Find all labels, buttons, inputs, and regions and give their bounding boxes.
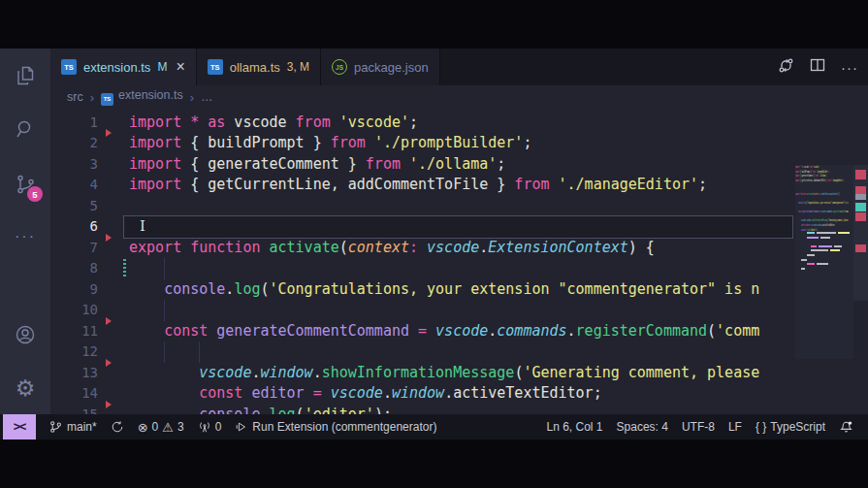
- code-line-3[interactable]: 3import { generateComment } from './olla…: [50, 154, 868, 176]
- tab-git-badge: M: [157, 60, 167, 74]
- account-icon[interactable]: [0, 313, 50, 356]
- code-line-14[interactable]: 14 const editor = vscode.window.activeTe…: [50, 383, 868, 405]
- indent-guide: [164, 300, 165, 321]
- code-line-5[interactable]: 5: [50, 196, 868, 217]
- line-number: 15: [50, 405, 98, 415]
- code-line-7[interactable]: 7export function activate(context: vscod…: [50, 238, 868, 259]
- gutter-added-marker: [123, 259, 126, 278]
- line-number: 11: [50, 321, 98, 342]
- breadcrumb-item-src[interactable]: src: [67, 90, 83, 104]
- line-number: 1: [50, 113, 98, 134]
- split-editor-icon[interactable]: [810, 57, 825, 77]
- ruler-marker: [855, 244, 866, 252]
- radio-tower-icon: [198, 420, 211, 434]
- sync-button[interactable]: [104, 414, 131, 439]
- close-icon[interactable]: ×: [176, 58, 184, 76]
- code-line-15[interactable]: 15 console.log('editor');: [50, 405, 868, 415]
- explorer-icon[interactable]: [0, 54, 50, 97]
- minimap-line: const generateCommentCommand = vscode.co…: [795, 210, 853, 214]
- branch-item[interactable]: main*: [42, 414, 104, 439]
- minimap[interactable]: import * as vscode from 'vscode';import …: [795, 165, 853, 359]
- code-text: export function activate(context: vscode…: [129, 238, 655, 259]
- line-number: 2: [50, 133, 98, 154]
- breadcrumb: src›TSextension.ts›…: [50, 85, 868, 109]
- error-icon: ⊗: [138, 420, 148, 435]
- gutter-deleted-marker: [106, 401, 112, 408]
- indent-guide: [199, 342, 200, 363]
- editor-actions: ···: [778, 49, 858, 85]
- line-number: 14: [50, 383, 98, 405]
- code-line-1[interactable]: 1import * as vscode from 'vscode';: [50, 113, 868, 134]
- tab-ollama-ts[interactable]: TSollama.ts3, M: [197, 49, 321, 85]
- line-number: 6: [50, 216, 98, 238]
- code-text: console.log('Congratulations, your exten…: [129, 279, 759, 301]
- code-line-12[interactable]: 12: [50, 342, 868, 363]
- code-lines: 1import * as vscode from 'vscode';2impor…: [50, 109, 868, 414]
- tab-label: ollama.ts: [230, 60, 280, 75]
- cursor-position[interactable]: Ln 6, Col 1: [540, 414, 610, 439]
- open-changes-icon[interactable]: [778, 57, 794, 78]
- tab-bar-tabs: TSextension.tsM×TSollama.ts3, MJSpackage…: [50, 49, 440, 85]
- search-icon[interactable]: [0, 108, 50, 150]
- error-count: 0: [152, 420, 159, 434]
- editor-group: TSextension.tsM×TSollama.ts3, MJSpackage…: [50, 49, 868, 414]
- warning-count: 3: [177, 420, 184, 434]
- indentation[interactable]: Spaces: 4: [610, 414, 675, 439]
- ruler-marker: [855, 203, 866, 211]
- minimap-code: import * as vscode from 'vscode';import …: [795, 165, 853, 232]
- code-line-11[interactable]: 11 const generateCommentCommand = vscode…: [50, 321, 868, 342]
- language-mode[interactable]: { } TypeScript: [749, 414, 832, 439]
- tab-bar: TSextension.tsM×TSollama.ts3, MJSpackage…: [50, 49, 868, 85]
- code-line-10[interactable]: 10: [50, 300, 868, 321]
- minimap-extra-row: [797, 245, 853, 247]
- code-line-2[interactable]: 2import { buildPrompt } from './promptBu…: [50, 133, 868, 154]
- tab-package-json[interactable]: JSpackage.json: [321, 49, 440, 85]
- js-file-icon: JS: [332, 59, 347, 75]
- code-line-9[interactable]: 9 console.log('Congratulations, your ext…: [50, 279, 868, 301]
- ports-count: 0: [215, 420, 222, 434]
- run-label: Run Extension (commentgenerator): [252, 420, 436, 434]
- tab-extension-ts[interactable]: TSextension.tsM×: [50, 49, 197, 85]
- code-line-4[interactable]: 4import { getCurrentLine, addCommentToFi…: [50, 175, 868, 196]
- notifications-bell[interactable]: [832, 414, 860, 439]
- line-number: 9: [50, 279, 98, 301]
- remote-indicator[interactable]: ><: [3, 414, 36, 439]
- tab-label: extension.ts: [83, 60, 150, 75]
- branch-icon: [48, 419, 63, 435]
- breadcrumb-item-extensionts[interactable]: TSextension.ts: [101, 88, 183, 106]
- minimap-extra-row: [797, 263, 853, 265]
- more-views-icon[interactable]: ···: [0, 215, 50, 258]
- more-actions-icon[interactable]: ···: [841, 59, 858, 76]
- indent-guide: [164, 342, 165, 363]
- minimap-extra-row: [797, 254, 853, 256]
- line-number: 12: [50, 342, 98, 363]
- code-line-8[interactable]: 8: [50, 258, 868, 279]
- line-number: 7: [50, 238, 98, 259]
- encoding[interactable]: UTF-8: [675, 414, 722, 439]
- ruler-marker: [855, 170, 866, 179]
- ts-file-icon: TS: [208, 59, 223, 75]
- breadcrumb-item-[interactable]: …: [201, 90, 213, 104]
- text-cursor: I: [140, 216, 145, 238]
- run-extension-item[interactable]: Run Extension (commentgenerator): [228, 414, 443, 439]
- gutter-deleted-marker: [106, 234, 112, 242]
- code-text: const editor = vscode.window.activeTextE…: [129, 383, 602, 405]
- eol[interactable]: LF: [722, 414, 749, 439]
- source-control-icon[interactable]: 5: [0, 163, 50, 206]
- run-icon: [235, 420, 248, 434]
- line-number: 5: [50, 196, 98, 217]
- problems-item[interactable]: ⊗ 0 ⚠ 3: [131, 414, 191, 439]
- code-editor[interactable]: 1import * as vscode from 'vscode';2impor…: [50, 109, 868, 414]
- activity-bar: 5 ··· ⚙: [0, 49, 50, 414]
- code-line-13[interactable]: 13 vscode.window.showInformationMessage(…: [50, 363, 868, 384]
- vscode-window: 5 ··· ⚙ TSextension.tsM×TSollama.ts3, MJ…: [0, 49, 868, 439]
- ports-item[interactable]: 0: [191, 414, 229, 439]
- minimap-extra: [797, 232, 853, 272]
- gutter-deleted-marker: [106, 129, 112, 137]
- minimap-extra-row: [797, 237, 853, 239]
- status-left: >< main* ⊗ 0 ⚠ 3 0 Run Extension (comm: [0, 414, 443, 439]
- settings-gear-icon[interactable]: ⚙: [0, 367, 50, 409]
- gutter-deleted-marker: [106, 317, 112, 325]
- ruler-marker: [855, 186, 866, 194]
- code-line-6[interactable]: 6I: [50, 216, 868, 238]
